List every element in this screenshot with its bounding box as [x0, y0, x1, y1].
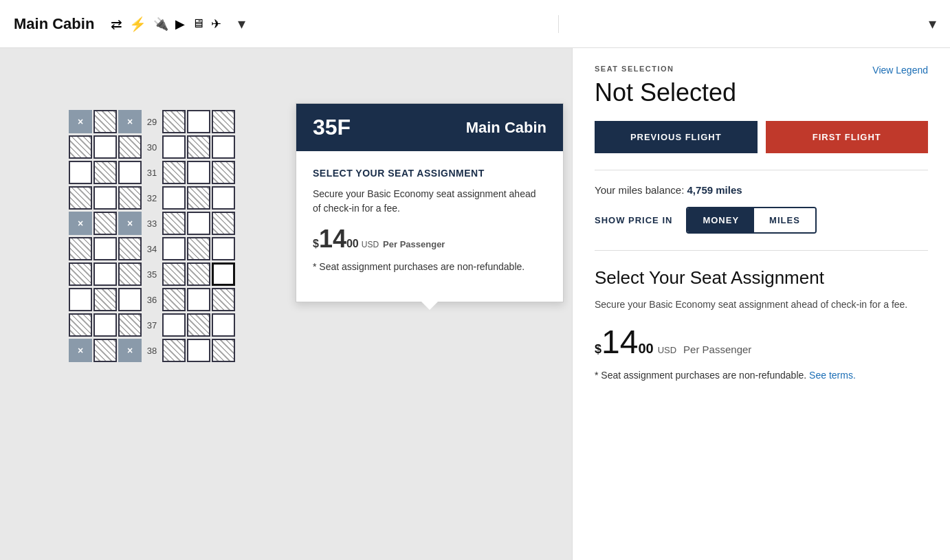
- seat-29b[interactable]: [93, 110, 117, 133]
- seat-31d[interactable]: [162, 161, 186, 184]
- seat-33f[interactable]: [212, 212, 235, 235]
- header-chevron-button[interactable]: ▾: [238, 15, 245, 33]
- seat-38d[interactable]: [162, 339, 186, 362]
- seat-32c[interactable]: [118, 186, 142, 210]
- row-label-35: 35: [142, 269, 162, 280]
- popup-caret: [421, 302, 438, 310]
- seat-35a[interactable]: [69, 262, 92, 286]
- seat-29e[interactable]: [187, 110, 210, 133]
- show-price-label: SHOW PRICE IN: [595, 215, 672, 225]
- seat-32e[interactable]: [187, 186, 210, 210]
- wifi-icon: ⇄: [111, 16, 122, 32]
- seat-popup: 35F Main Cabin SELECT YOUR SEAT ASSIGNME…: [296, 103, 564, 302]
- not-selected-text: Not Selected: [595, 78, 736, 107]
- seat-31f[interactable]: [212, 161, 235, 184]
- right-header-chevron-button[interactable]: ▾: [929, 15, 936, 33]
- seat-33b[interactable]: [93, 212, 117, 235]
- miles-amount: 4,759 miles: [687, 184, 742, 196]
- seat-38f[interactable]: [212, 339, 235, 362]
- seat-34a[interactable]: [69, 237, 92, 260]
- seat-36d[interactable]: [162, 288, 186, 311]
- seat-33d[interactable]: [162, 212, 186, 235]
- seat-29f[interactable]: [212, 110, 235, 133]
- row-label-30: 30: [142, 142, 162, 153]
- divider-2: [595, 250, 928, 251]
- popup-price: $ 14 00 USD Per Passenger: [313, 227, 546, 251]
- seat-34b[interactable]: [93, 237, 117, 260]
- assign-desc: Secure your Basic Economy seat assignmen…: [595, 297, 928, 312]
- view-legend-link[interactable]: View Legend: [872, 65, 928, 76]
- divider-1: [595, 170, 928, 170]
- popup-heading: SELECT YOUR SEAT ASSIGNMENT: [313, 168, 546, 179]
- right-price-main: 14: [601, 326, 638, 359]
- seat-30c[interactable]: [118, 135, 142, 159]
- seat-32b[interactable]: [93, 186, 117, 210]
- seat-30f[interactable]: [212, 135, 235, 159]
- seat-29a[interactable]: ×: [69, 110, 92, 133]
- seat-36e[interactable]: [187, 288, 210, 311]
- seat-37a[interactable]: [69, 313, 92, 337]
- right-disclaimer-text: * Seat assignment purchases are non-refu…: [595, 370, 806, 381]
- popup-price-usd: USD: [362, 240, 379, 249]
- seat-35c[interactable]: [118, 262, 142, 286]
- seat-35b[interactable]: [93, 262, 117, 286]
- seat-35e[interactable]: [187, 262, 210, 286]
- seat-31e[interactable]: [187, 161, 210, 184]
- seat-30a[interactable]: [69, 135, 92, 159]
- seat-30b[interactable]: [93, 135, 117, 159]
- popup-price-per: Per Passenger: [383, 239, 445, 249]
- seat-31a[interactable]: [69, 161, 92, 184]
- seat-38a[interactable]: ×: [69, 339, 92, 362]
- right-price-dollar: $: [595, 342, 601, 357]
- seat-36c[interactable]: [118, 288, 142, 311]
- seat-32d[interactable]: [162, 186, 186, 210]
- seat-36a[interactable]: [69, 288, 92, 311]
- seat-selection-label: SEAT SELECTION: [595, 65, 736, 73]
- popup-disclaimer: * Seat assignment purchases are non-refu…: [313, 260, 546, 274]
- row-label-36: 36: [142, 295, 162, 305]
- seat-38c[interactable]: ×: [118, 339, 142, 362]
- toggle-money-button[interactable]: MONEY: [687, 208, 754, 232]
- seat-35f[interactable]: [212, 262, 235, 286]
- row-label-34: 34: [142, 244, 162, 254]
- seat-29c[interactable]: ×: [118, 110, 142, 133]
- seat-34e[interactable]: [187, 237, 210, 260]
- seat-37f[interactable]: [212, 313, 235, 337]
- right-disclaimer: * Seat assignment purchases are non-refu…: [595, 370, 928, 381]
- seat-33a[interactable]: ×: [69, 212, 92, 235]
- seat-36b[interactable]: [93, 288, 117, 311]
- seat-32f[interactable]: [212, 186, 235, 210]
- seat-34d[interactable]: [162, 237, 186, 260]
- toggle-miles-button[interactable]: MILES: [754, 208, 815, 232]
- first-flight-button[interactable]: FIRST FLIGHT: [766, 121, 929, 153]
- see-terms-link[interactable]: See terms.: [809, 370, 856, 381]
- cabin-title: Main Cabin: [14, 15, 94, 33]
- previous-flight-button[interactable]: PREVIOUS FLIGHT: [595, 121, 758, 153]
- row-label-29: 29: [142, 117, 162, 127]
- row-label-38: 38: [142, 346, 162, 356]
- miles-balance-label: Your miles balance:: [595, 184, 684, 196]
- seat-37c[interactable]: [118, 313, 142, 337]
- seat-30e[interactable]: [187, 135, 210, 159]
- seat-36f[interactable]: [212, 288, 235, 311]
- seat-37d[interactable]: [162, 313, 186, 337]
- seat-34c[interactable]: [118, 237, 142, 260]
- seat-35d[interactable]: [162, 262, 186, 286]
- seat-37b[interactable]: [93, 313, 117, 337]
- row-label-33: 33: [142, 219, 162, 229]
- seat-31b[interactable]: [93, 161, 117, 184]
- popup-price-main: 14: [319, 227, 346, 251]
- media-icon: ▶: [175, 16, 185, 32]
- seat-32a[interactable]: [69, 186, 92, 210]
- seat-30d[interactable]: [162, 135, 186, 159]
- amenity-icons: ⇄ ⚡ 🔌 ▶ 🖥 ✈: [111, 16, 221, 32]
- seat-37e[interactable]: [187, 313, 210, 337]
- seat-29d[interactable]: [162, 110, 186, 133]
- seat-31c[interactable]: [118, 161, 142, 184]
- seat-38b[interactable]: [93, 339, 117, 362]
- seat-34f[interactable]: [212, 237, 235, 260]
- seat-33e[interactable]: [187, 212, 210, 235]
- seat-38e[interactable]: [187, 339, 210, 362]
- popup-description: Secure your Basic Economy seat assignmen…: [313, 187, 546, 216]
- seat-33c[interactable]: ×: [118, 212, 142, 235]
